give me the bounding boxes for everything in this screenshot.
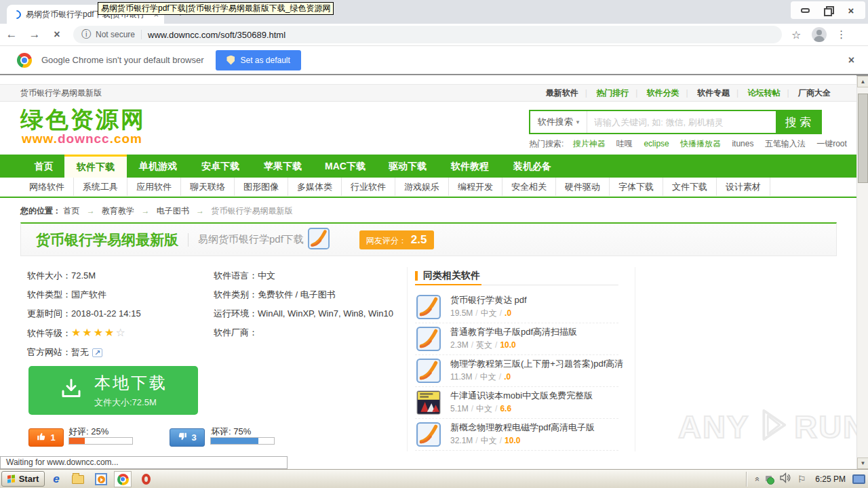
- external-link-icon[interactable]: ↗: [92, 348, 102, 357]
- browser-menu-icon[interactable]: ⋮: [836, 28, 846, 41]
- nav-android[interactable]: 安卓下载: [189, 155, 252, 178]
- link-software-topics[interactable]: 软件专题: [697, 88, 730, 98]
- subnav-item[interactable]: 系统工具: [74, 178, 127, 196]
- hot-link[interactable]: eclipse: [644, 139, 669, 148]
- taskbar-opera-button[interactable]: [138, 472, 153, 486]
- related-item[interactable]: 货币银行学黄达 pdf 19.5M/中文/.0: [415, 291, 618, 323]
- profile-avatar[interactable]: [812, 27, 827, 42]
- set-as-default-button[interactable]: Set as default: [216, 50, 300, 70]
- subnav-item[interactable]: 文件下载: [663, 178, 717, 196]
- restore-icon: [824, 6, 832, 14]
- related-title[interactable]: 牛津通识读本mobi中文版免费完整版: [450, 390, 593, 402]
- related-item[interactable]: 普通教育学电子版pdf高清扫描版 2.3M/英文/10.0: [415, 323, 618, 355]
- tab-strip: 易纲货币银行学pdf下载|货币银行学 × + × 易纲货币银行学pdf下载|货币…: [0, 0, 868, 24]
- notification-close-icon[interactable]: ×: [848, 54, 854, 66]
- forward-button[interactable]: →: [23, 28, 46, 41]
- window-controls: ×: [791, 1, 865, 19]
- related-title[interactable]: 货币银行学黄达 pdf: [450, 294, 527, 306]
- search-input[interactable]: [587, 111, 776, 133]
- display-icon[interactable]: [852, 474, 865, 484]
- taskbar-media-button[interactable]: [94, 472, 108, 486]
- link-latest-software[interactable]: 最新软件: [546, 88, 578, 98]
- local-download-button[interactable]: 本地下载 文件大小:72.5M: [28, 366, 198, 415]
- thumbs-up-button[interactable]: 1: [28, 428, 64, 447]
- taskbar-ie-button[interactable]: e: [49, 472, 64, 486]
- site-logo-url[interactable]: www.downcc.com: [22, 131, 142, 146]
- book-cover-icon: [416, 390, 441, 418]
- subnav-item[interactable]: 行业软件: [342, 178, 395, 196]
- search-button[interactable]: 搜 索: [776, 111, 821, 133]
- nav-drivers[interactable]: 驱动下载: [376, 155, 439, 178]
- info-type: 软件类型：国产软件: [27, 289, 106, 301]
- link-software-categories[interactable]: 软件分类: [647, 88, 679, 98]
- link-forum-repost[interactable]: 论坛转帖: [748, 88, 781, 98]
- nav-software-download[interactable]: 软件下载: [64, 155, 127, 178]
- media-player-icon: [95, 473, 107, 485]
- address-bar[interactable]: ⓘ Not secure www.downcc.com/soft/350689.…: [73, 26, 782, 43]
- divider: [415, 284, 481, 285]
- subnav-item[interactable]: 网络软件: [20, 178, 74, 196]
- nav-essentials[interactable]: 装机必备: [501, 155, 564, 178]
- nav-tutorials[interactable]: 软件教程: [439, 155, 501, 178]
- nav-home[interactable]: 首页: [23, 155, 64, 178]
- stop-button[interactable]: ×: [46, 28, 68, 41]
- related-item[interactable]: 新概念物理教程电磁学pdf高清电子版 32.1M/中文/10.0: [415, 419, 618, 451]
- related-title[interactable]: 物理学教程第三版(上下册+习题答案)pdf高清: [450, 358, 623, 370]
- taskbar-folder-button[interactable]: [71, 472, 85, 486]
- network-status-icon[interactable]: [765, 475, 774, 484]
- link-hot-ranking[interactable]: 热门排行: [596, 88, 629, 98]
- scroll-down-button[interactable]: ▼: [857, 458, 868, 469]
- scrollbar-thumb[interactable]: [858, 94, 868, 183]
- security-flag-icon[interactable]: ⚐: [797, 474, 806, 485]
- subnav-item[interactable]: 图形图像: [235, 178, 288, 196]
- related-item[interactable]: 牛津通识读本mobi中文版免费完整版 5.1M/中文/6.6: [415, 387, 618, 419]
- info-value[interactable]: 免费软件 / 电子图书: [258, 289, 336, 300]
- divider: [746, 472, 747, 487]
- hot-link[interactable]: itunes: [732, 139, 753, 148]
- hot-link[interactable]: 哇嘎: [616, 139, 633, 148]
- search-category-dropdown[interactable]: 软件搜索 ▾: [530, 111, 587, 133]
- related-title[interactable]: 普通教育学电子版pdf高清扫描版: [450, 326, 577, 338]
- related-item[interactable]: 物理学教程第三版(上下册+习题答案)pdf高清 11.3M/中文/.0: [415, 355, 618, 387]
- thumbs-down-icon: [178, 432, 187, 443]
- hot-link[interactable]: 搜片神器: [573, 139, 606, 148]
- subnav-item[interactable]: 安全相关: [502, 178, 556, 196]
- subnav-item[interactable]: 硬件驱动: [556, 178, 610, 196]
- subnav-item[interactable]: 设计素材: [717, 178, 770, 196]
- breadcrumb-home[interactable]: 首页: [63, 206, 79, 216]
- nav-apple[interactable]: 苹果下载: [252, 155, 314, 178]
- related-lang: 中文: [480, 372, 496, 382]
- link-vendors[interactable]: 厂商大全: [798, 88, 831, 98]
- restore-button[interactable]: [818, 3, 838, 17]
- page-info-icon[interactable]: ⓘ: [81, 28, 91, 41]
- clock[interactable]: 6:25 PM: [815, 474, 846, 484]
- related-title[interactable]: 新概念物理教程电磁学pdf高清电子版: [450, 422, 595, 434]
- subnav-item[interactable]: 应用软件: [127, 178, 181, 196]
- related-meta: 5.1M/中文/6.6: [450, 403, 511, 415]
- subnav-item[interactable]: 字体下载: [610, 178, 663, 196]
- minimize-button[interactable]: [795, 3, 815, 17]
- hot-link[interactable]: 五笔输入法: [765, 139, 806, 148]
- tray-expand-icon[interactable]: »: [752, 474, 762, 484]
- scroll-up-button[interactable]: ▲: [857, 76, 868, 87]
- url-text[interactable]: www.downcc.com/soft/350689.html: [148, 30, 285, 40]
- taskbar-chrome-button[interactable]: [114, 471, 132, 487]
- nav-mac[interactable]: MAC下载: [314, 155, 376, 178]
- page-scrollbar[interactable]: ▲ ▼: [856, 76, 868, 469]
- hot-link[interactable]: 快播播放器: [680, 139, 721, 148]
- hot-link[interactable]: 一键root: [816, 139, 847, 148]
- close-button[interactable]: ×: [841, 3, 861, 17]
- nav-pc-games[interactable]: 单机游戏: [127, 155, 189, 178]
- opera-icon: [142, 474, 151, 485]
- volume-icon[interactable]: [780, 472, 791, 486]
- subnav-item[interactable]: 编程开发: [449, 178, 502, 196]
- thumbs-down-button[interactable]: 3: [170, 428, 205, 447]
- subnav-item[interactable]: 游戏娱乐: [395, 178, 449, 196]
- back-button[interactable]: ←: [0, 28, 23, 41]
- breadcrumb-category[interactable]: 教育教学: [102, 206, 134, 216]
- subnav-item[interactable]: 多媒体类: [288, 178, 342, 196]
- bookmark-star-icon[interactable]: ☆: [791, 28, 801, 41]
- breadcrumb-subcategory[interactable]: 电子图书: [157, 206, 189, 216]
- start-button[interactable]: Start: [1, 471, 45, 487]
- subnav-item[interactable]: 聊天联络: [181, 178, 235, 196]
